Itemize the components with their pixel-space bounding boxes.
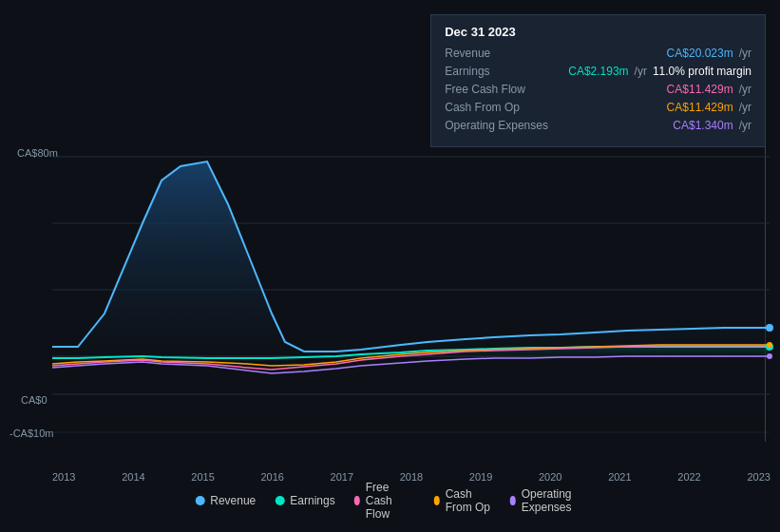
x-label-2021: 2021 bbox=[608, 471, 631, 483]
tooltip-cashfromop-row: Cash From Op CA$11.429m /yr bbox=[445, 101, 751, 114]
tooltip-earnings-label: Earnings bbox=[445, 65, 568, 78]
tooltip-profit-margin: 11.0% profit margin bbox=[653, 65, 751, 78]
legend-opex-dot bbox=[510, 496, 516, 505]
cashfromop-dot bbox=[767, 342, 772, 348]
chart-svg bbox=[0, 147, 780, 470]
tooltip-fcf-value-group: CA$11.429m /yr bbox=[667, 83, 751, 96]
legend-cashfromop-label: Cash From Op bbox=[446, 487, 491, 514]
legend-cashfromop-dot bbox=[434, 496, 440, 505]
legend-opex-label: Operating Expenses bbox=[522, 487, 585, 514]
tooltip-cashfromop-value: CA$11.429m bbox=[667, 101, 733, 114]
tooltip-opex-label: Operating Expenses bbox=[445, 119, 568, 132]
legend-fcf-dot bbox=[354, 496, 360, 505]
revenue-fill bbox=[52, 162, 770, 356]
tooltip-revenue-row: Revenue CA$20.023m /yr bbox=[445, 47, 751, 60]
legend-revenue: Revenue bbox=[195, 494, 256, 507]
tooltip-fcf-row: Free Cash Flow CA$11.429m /yr bbox=[445, 83, 751, 96]
tooltip-earnings-suffix: /yr bbox=[635, 65, 647, 78]
legend-fcf: Free Cash Flow bbox=[354, 481, 415, 521]
legend-earnings: Earnings bbox=[275, 494, 334, 507]
tooltip-earnings-row: Earnings CA$2.193m /yr 11.0% profit marg… bbox=[445, 65, 751, 78]
tooltip-date: Dec 31 2023 bbox=[445, 25, 751, 39]
tooltip-panel: Dec 31 2023 Revenue CA$20.023m /yr Earni… bbox=[430, 14, 766, 147]
tooltip-opex-row: Operating Expenses CA$1.340m /yr bbox=[445, 119, 751, 132]
tooltip-cashfromop-suffix: /yr bbox=[739, 101, 751, 114]
legend-earnings-dot bbox=[275, 496, 284, 505]
legend-opex: Operating Expenses bbox=[510, 487, 585, 514]
tooltip-revenue-suffix: /yr bbox=[739, 47, 751, 60]
tooltip-opex-value: CA$1.340m bbox=[673, 119, 732, 132]
tooltip-earnings-value-group: CA$2.193m /yr 11.0% profit margin bbox=[568, 65, 751, 78]
opex-line bbox=[52, 356, 770, 373]
legend-fcf-label: Free Cash Flow bbox=[366, 481, 415, 521]
legend-revenue-label: Revenue bbox=[210, 494, 256, 507]
tooltip-opex-suffix: /yr bbox=[739, 119, 751, 132]
x-label-2023: 2023 bbox=[747, 471, 770, 483]
x-label-2014: 2014 bbox=[122, 471, 144, 483]
tooltip-revenue-value: CA$20.023m bbox=[667, 47, 733, 60]
revenue-dot bbox=[766, 324, 773, 332]
legend-earnings-label: Earnings bbox=[290, 494, 334, 507]
x-label-2022: 2022 bbox=[677, 471, 700, 483]
tooltip-cashfromop-value-group: CA$11.429m /yr bbox=[667, 101, 751, 114]
tooltip-fcf-label: Free Cash Flow bbox=[445, 83, 568, 96]
tooltip-fcf-value: CA$11.429m bbox=[667, 83, 733, 96]
tooltip-cashfromop-label: Cash From Op bbox=[445, 101, 568, 114]
tooltip-earnings-value: CA$2.193m bbox=[568, 65, 628, 78]
opex-dot bbox=[767, 353, 772, 359]
legend-revenue-dot bbox=[195, 496, 204, 505]
tooltip-fcf-suffix: /yr bbox=[739, 83, 751, 96]
tooltip-opex-value-group: CA$1.340m /yr bbox=[673, 119, 751, 132]
chart-legend: Revenue Earnings Free Cash Flow Cash Fro… bbox=[195, 481, 585, 521]
tooltip-revenue-value-group: CA$20.023m /yr bbox=[667, 47, 751, 60]
legend-cashfromop: Cash From Op bbox=[434, 487, 491, 514]
x-label-2013: 2013 bbox=[52, 471, 75, 483]
tooltip-revenue-label: Revenue bbox=[445, 47, 568, 60]
